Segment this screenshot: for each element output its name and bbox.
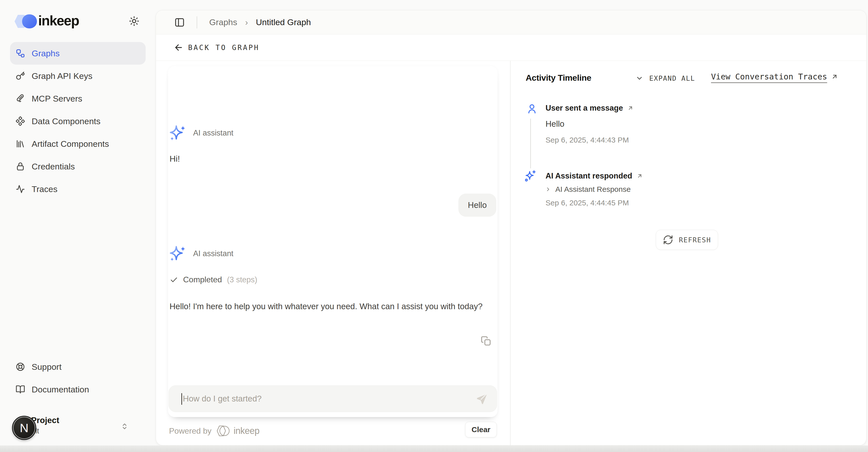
timeline-title: Activity Timeline: [526, 73, 591, 83]
lock-icon: [16, 162, 25, 171]
event-timestamp: Sep 6, 2025, 4:44:43 PM: [546, 136, 629, 144]
sidebar: inkeep Graphs Gr: [0, 0, 156, 452]
sidebar-item-label: Artifact Components: [32, 139, 109, 149]
sidebar-item-documentation[interactable]: Documentation: [10, 378, 146, 401]
user-icon: [526, 103, 538, 115]
event-detail-toggle[interactable]: AI Assistant Response: [545, 185, 631, 194]
refresh-label: REFRESH: [679, 236, 711, 244]
expand-all-button[interactable]: EXPAND ALL: [635, 74, 695, 82]
status-steps: (3 steps): [227, 275, 257, 284]
view-conversation-traces-link[interactable]: View Conversation Traces: [711, 72, 839, 81]
window-bottom-edge: [0, 446, 868, 452]
arrow-up-right-icon: [636, 172, 643, 179]
nextjs-n-logo: N: [20, 421, 29, 435]
sidebar-item-graph-api-keys[interactable]: Graph API Keys: [10, 65, 146, 87]
sparkles-icon: [524, 169, 537, 182]
sidebar-item-support[interactable]: Support: [10, 356, 146, 378]
breadcrumb-parent[interactable]: Graphs: [209, 17, 237, 27]
sparkles-avatar-icon: [168, 244, 187, 263]
arrow-left-icon: [174, 43, 184, 53]
assistant-message-header: AI assistant: [168, 244, 233, 263]
timeline-event-title[interactable]: AI Assistant responded: [546, 171, 643, 180]
powered-by-label: Powered by: [169, 426, 212, 436]
send-icon: [475, 393, 488, 405]
back-to-graph-button[interactable]: BACK TO GRAPH: [156, 34, 866, 61]
sidebar-item-label: MCP Servers: [32, 94, 82, 104]
user-message-bubble: Hello: [458, 194, 496, 217]
book-open-icon: [16, 385, 25, 394]
powered-by-brand: inkeep: [234, 426, 259, 436]
sidebar-item-credentials[interactable]: Credentials: [10, 155, 146, 178]
chat-input-container: [168, 386, 497, 412]
chevron-right-icon: [545, 186, 551, 193]
timeline-event-title[interactable]: User sent a message: [546, 104, 634, 113]
chat-widget: [168, 66, 498, 417]
breadcrumb-current: Untitled Graph: [256, 17, 311, 27]
activity-icon: [16, 184, 25, 194]
expand-all-label: EXPAND ALL: [649, 75, 695, 82]
sidebar-item-label: Graphs: [32, 49, 60, 58]
sidebar-item-artifact-components[interactable]: Artifact Components: [10, 133, 146, 155]
panel-left-icon: [174, 17, 185, 28]
refresh-icon: [663, 234, 673, 245]
brand-wordmark: inkeep: [38, 12, 79, 29]
event-detail-label: AI Assistant Response: [555, 185, 631, 194]
sidebar-item-label: Data Components: [32, 116, 100, 126]
library-icon: [16, 139, 25, 148]
chat-input[interactable]: [182, 386, 459, 412]
powered-by[interactable]: Powered by inkeep: [169, 425, 259, 437]
assistant-message-text: Hi!: [169, 154, 180, 164]
mcp-icon: [16, 94, 25, 103]
life-buoy-icon: [16, 362, 25, 372]
sidebar-item-label: Support: [32, 362, 62, 372]
event-timestamp: Sep 6, 2025, 4:44:45 PM: [546, 199, 629, 207]
event-title: User sent a message: [546, 104, 623, 113]
assistant-message-header: AI assistant: [168, 124, 233, 142]
sidebar-item-label: Documentation: [32, 385, 89, 394]
arrow-up-right-icon: [831, 73, 839, 81]
chat-panel: AI assistant Hi! Hello AI assistant: [156, 61, 510, 445]
nextjs-dev-badge[interactable]: N: [12, 416, 36, 440]
sidebar-item-data-components[interactable]: Data Components: [10, 110, 146, 133]
app-root: inkeep Graphs Gr: [0, 0, 868, 452]
content-area: AI assistant Hi! Hello AI assistant: [156, 61, 866, 445]
sidebar-item-label: Graph API Keys: [32, 71, 92, 81]
back-to-graph-label: BACK TO GRAPH: [188, 44, 259, 52]
project-switcher[interactable]: Project ult N: [10, 412, 146, 443]
workflow-icon: [16, 49, 25, 58]
sidebar-item-label: Credentials: [32, 162, 75, 171]
copy-button[interactable]: [480, 335, 492, 347]
main-panel: Graphs › Untitled Graph BACK TO GRAPH: [156, 10, 867, 446]
assistant-label: AI assistant: [193, 249, 233, 258]
clear-button[interactable]: Clear: [465, 422, 497, 437]
assistant-label: AI assistant: [193, 129, 233, 138]
assistant-message-text: Hello! I'm here to help you with whateve…: [169, 300, 501, 313]
sidebar-item-label: Traces: [32, 184, 58, 194]
sidebar-item-traces[interactable]: Traces: [10, 178, 146, 200]
status-label: Completed: [183, 275, 222, 284]
chevron-down-icon: [635, 74, 644, 82]
component-icon: [16, 116, 25, 126]
activity-timeline-panel: Activity Timeline EXPAND ALL View Conver…: [510, 61, 866, 445]
inkeep-outline-logo-icon: [216, 425, 229, 437]
breadcrumb: Graphs › Untitled Graph: [209, 17, 311, 27]
text-caret: [181, 393, 182, 405]
sidebar-item-graphs[interactable]: Graphs: [10, 42, 146, 65]
sidebar-footer-nav: Support Documentation: [10, 356, 146, 401]
arrow-up-right-icon: [627, 105, 634, 112]
event-body: Hello: [546, 119, 564, 129]
key-icon: [16, 71, 25, 81]
theme-toggle-button[interactable]: [128, 15, 141, 28]
sidebar-toggle-button[interactable]: [174, 16, 186, 28]
send-button[interactable]: [475, 393, 488, 405]
chevrons-up-down-icon: [120, 422, 129, 431]
completion-status[interactable]: Completed (3 steps): [169, 275, 257, 284]
view-traces-label: View Conversation Traces: [711, 72, 827, 81]
clear-button-label: Clear: [471, 425, 490, 434]
refresh-button[interactable]: REFRESH: [656, 230, 718, 250]
sparkles-avatar-icon: [168, 124, 187, 142]
breadcrumb-separator: ›: [245, 17, 248, 27]
inkeep-logo-mark-icon: [14, 14, 37, 29]
check-icon: [169, 276, 178, 284]
sidebar-item-mcp-servers[interactable]: MCP Servers: [10, 87, 146, 110]
